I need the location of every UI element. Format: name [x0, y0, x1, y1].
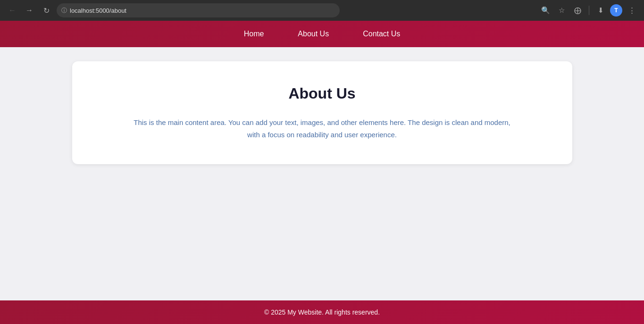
content-card: About Us This is the main content area. … [72, 61, 572, 164]
navbar: Home About Us Contact Us [0, 21, 644, 47]
divider [589, 6, 589, 15]
info-icon: ⓘ [61, 7, 67, 15]
website: Home About Us Contact Us About Us This i… [0, 21, 644, 324]
main-content: About Us This is the main content area. … [0, 47, 644, 300]
footer: © 2025 My Website. All rights reserved. [0, 300, 644, 324]
bookmark-button[interactable]: ☆ [555, 4, 568, 17]
nav-home[interactable]: Home [236, 26, 272, 42]
back-button[interactable]: ← [6, 4, 19, 17]
page-title: About Us [100, 85, 544, 102]
avatar[interactable]: T [610, 4, 622, 17]
nav-about[interactable]: About Us [290, 26, 336, 42]
zoom-button[interactable]: 🔍 [539, 4, 552, 17]
forward-button[interactable]: → [23, 4, 36, 17]
browser-actions: 🔍 ☆ ⨁ ⬇ T ⋮ [539, 4, 638, 17]
reload-button[interactable]: ↻ [40, 4, 53, 17]
browser-chrome: ← → ↻ ⓘ localhost:5000/about 🔍 ☆ ⨁ ⬇ T ⋮ [0, 0, 644, 21]
url-display: localhost:5000/about [70, 7, 126, 14]
menu-button[interactable]: ⋮ [625, 4, 638, 17]
extension-button[interactable]: ⨁ [571, 4, 584, 17]
nav-contact[interactable]: Contact Us [355, 26, 408, 42]
page-description: This is the main content area. You can a… [134, 116, 511, 141]
address-bar[interactable]: ⓘ localhost:5000/about [57, 3, 340, 17]
download-button[interactable]: ⬇ [594, 4, 607, 17]
footer-text: © 2025 My Website. All rights reserved. [264, 308, 380, 316]
